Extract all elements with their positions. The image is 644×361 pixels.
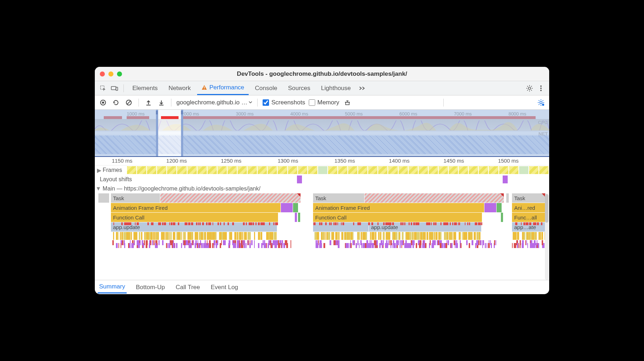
detail-pane: 1150 ms 1200 ms 1250 ms 1300 ms 1350 ms … (95, 157, 549, 294)
main-thread-header[interactable]: ▼ Main — https://googlechrome.github.io/… (95, 184, 549, 193)
screenshots-checkbox-input[interactable] (263, 99, 269, 106)
flame-seg-purple[interactable] (295, 213, 297, 222)
svg-line-13 (531, 86, 532, 86)
tab-event-log-label: Event Log (211, 284, 238, 291)
flame-seg-task[interactable] (98, 193, 109, 203)
flame-seg-task[interactable]: Task (313, 193, 365, 203)
svg-point-34 (542, 104, 544, 106)
flame-seg-purple[interactable] (484, 203, 497, 212)
svg-line-30 (539, 100, 540, 101)
flame-seg-label: Function Call (315, 214, 347, 221)
tab-console[interactable]: Console (251, 81, 282, 95)
flame-seg-aff[interactable]: Ani…red (512, 203, 546, 212)
flame-seg-task[interactable]: Task (512, 193, 546, 203)
flame-seg-green[interactable] (497, 203, 502, 212)
separator (171, 99, 171, 107)
tab-lighthouse[interactable]: Lighthouse (317, 81, 355, 95)
close-window-button[interactable] (100, 71, 105, 76)
overview-mask-right (182, 110, 549, 156)
flame-seg-green[interactable] (298, 213, 301, 222)
memory-label: Memory (317, 99, 339, 106)
flame-seg-function-call[interactable]: Func…all (512, 213, 546, 222)
flame-seg-aff[interactable]: Animation Frame Fired (111, 203, 281, 212)
window-controls (100, 71, 122, 76)
flame-seg-label: Task (514, 195, 525, 201)
titlebar: DevTools - googlechrome.github.io/devtoo… (95, 67, 549, 81)
frames-track[interactable]: ▶ Frames (95, 165, 549, 175)
tab-sources-label: Sources (288, 85, 310, 92)
overview-selection-redbar (161, 116, 178, 119)
svg-line-32 (539, 104, 540, 105)
recording-dropdown[interactable]: googlechrome.github.io … (176, 99, 252, 106)
flame-seg-label: Ani…red (514, 205, 535, 211)
detail-tick: 1200 ms (166, 158, 187, 164)
frame-blocks (127, 165, 549, 175)
tab-performance[interactable]: Performance (197, 81, 248, 95)
svg-line-33 (542, 100, 543, 101)
layout-shift-block[interactable] (503, 175, 508, 183)
overview-selection-handle-right[interactable] (181, 110, 183, 156)
maximize-window-button[interactable] (117, 71, 122, 76)
tab-bottom-up-label: Bottom-Up (136, 284, 165, 291)
svg-rect-1 (111, 86, 116, 90)
flame-seg-task-long[interactable] (160, 193, 301, 203)
flame-seg-task-long[interactable] (365, 193, 504, 203)
tab-summary-label: Summary (99, 283, 125, 290)
flame-seg-label: Animation Frame Fired (113, 205, 168, 211)
clear-icon[interactable] (124, 98, 133, 107)
svg-rect-4 (204, 89, 205, 89)
svg-point-18 (102, 102, 104, 104)
flame-seg-task[interactable]: Task (111, 193, 160, 203)
flame-seg-function-call[interactable]: Function Call (111, 213, 278, 222)
minimize-window-button[interactable] (108, 71, 113, 76)
detail-tick: 1250 ms (221, 158, 241, 164)
inspect-element-icon[interactable] (98, 84, 108, 93)
tab-call-tree-label: Call Tree (176, 284, 200, 291)
flame-seg-label: Animation Frame Fired (315, 205, 370, 211)
settings-icon[interactable] (525, 84, 534, 93)
screenshots-checkbox[interactable]: Screenshots (263, 99, 305, 106)
tab-network[interactable]: Network (164, 81, 195, 95)
detail-scrollbar[interactable] (545, 193, 548, 280)
memory-checkbox-input[interactable] (309, 99, 315, 106)
flame-seg-task[interactable] (506, 193, 509, 203)
upload-icon[interactable] (144, 98, 153, 107)
flame-seg-green[interactable] (501, 213, 503, 222)
warning-icon (201, 85, 207, 90)
tab-elements[interactable]: Elements (128, 81, 162, 95)
flame-seg-aff[interactable]: Animation Frame Fired (313, 203, 484, 212)
svg-rect-21 (346, 102, 349, 105)
flame-seg-function-call[interactable]: Function Call (313, 213, 482, 222)
flame-seg-green[interactable] (293, 203, 298, 212)
overview-timeline[interactable]: 1000 ms 2000 ms 3000 ms 4000 ms 5000 ms … (95, 110, 549, 157)
chevron-down-icon: ▼ (96, 186, 101, 192)
detail-ruler: 1150 ms 1200 ms 1250 ms 1300 ms 1350 ms … (95, 157, 549, 165)
main-thread-label: Main — https://googlechrome.github.io/de… (103, 186, 260, 192)
tab-sources[interactable]: Sources (284, 81, 314, 95)
overview-mask-left (95, 110, 157, 156)
detail-scroll-thumb[interactable] (545, 194, 548, 223)
memory-checkbox[interactable]: Memory (309, 99, 339, 106)
tab-event-log[interactable]: Event Log (209, 282, 240, 293)
flame-seg-label: Task (315, 195, 326, 201)
kebab-menu-icon[interactable] (536, 84, 546, 93)
layout-shifts-track[interactable]: Layout shifts (95, 175, 549, 184)
flame-chart[interactable]: Task Task Task Animation Frame Fired Ani… (95, 193, 549, 280)
download-icon[interactable] (157, 98, 166, 107)
flame-seg-purple[interactable] (281, 203, 293, 212)
separator (443, 99, 444, 107)
garbage-collect-icon[interactable] (343, 98, 352, 107)
tab-bottom-up[interactable]: Bottom-Up (135, 282, 166, 293)
reload-icon[interactable] (111, 98, 121, 107)
layout-shift-block[interactable] (297, 175, 302, 183)
record-icon[interactable] (98, 98, 108, 107)
more-tabs-icon[interactable] (357, 84, 367, 93)
overview-selection-handle-left[interactable] (156, 110, 158, 156)
capture-settings-icon[interactable] (536, 98, 546, 107)
recording-dropdown-label: googlechrome.github.io … (176, 99, 247, 106)
tab-call-tree[interactable]: Call Tree (174, 282, 201, 293)
tab-summary[interactable]: Summary (98, 281, 127, 293)
device-toolbar-icon[interactable] (110, 84, 119, 93)
svg-line-11 (531, 90, 532, 90)
tab-lighthouse-label: Lighthouse (321, 85, 351, 92)
